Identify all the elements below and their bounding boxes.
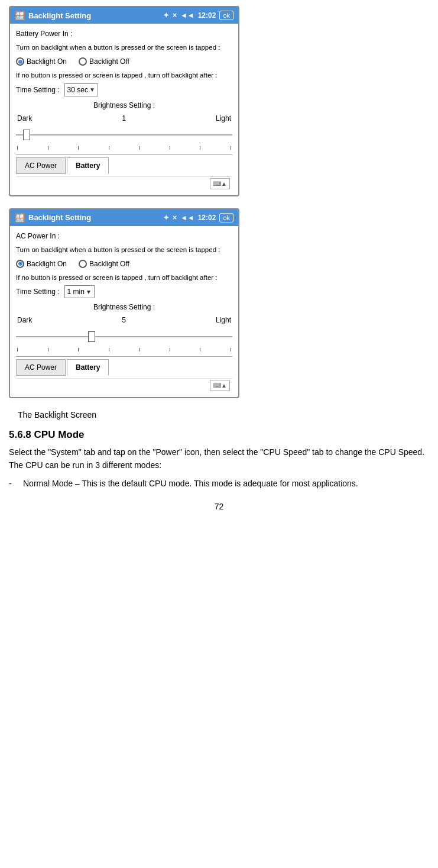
bullet-text: Normal Mode – This is the default CPU mo… bbox=[23, 477, 358, 490]
title-bar-ac: 🪟 Backlight Setting ✦ × ◄◄ 12:02 ok bbox=[10, 209, 238, 226]
tick-ac-2 bbox=[48, 348, 48, 351]
time-label-ac: Time Setting : bbox=[16, 286, 60, 297]
tick-2 bbox=[48, 146, 48, 150]
time-label-battery: Time Setting : bbox=[16, 85, 60, 95]
dropdown-arrow-ac: ▼ bbox=[86, 288, 92, 296]
tick-7 bbox=[200, 146, 200, 150]
section-heading: 5.6.8 CPU Mode bbox=[9, 429, 429, 441]
keyboard-icon-ac: ⌨▲ bbox=[210, 380, 230, 391]
tick-5 bbox=[139, 146, 139, 150]
radio-on-label-battery: Backlight On bbox=[27, 56, 67, 67]
tab-ac-power-ac[interactable]: AC Power bbox=[16, 359, 66, 376]
radio-backlight-on-battery[interactable]: Backlight On bbox=[16, 56, 67, 67]
ac-device-panel: 🪟 Backlight Setting ✦ × ◄◄ 12:02 ok AC P… bbox=[9, 208, 239, 399]
time-display: 12:02 bbox=[198, 11, 216, 20]
tick-ac-1 bbox=[17, 348, 18, 351]
title-bar-title-ac: Backlight Setting bbox=[28, 213, 91, 222]
light-label-ac: Light bbox=[216, 315, 231, 325]
tab-battery-battery[interactable]: Battery bbox=[67, 157, 109, 174]
page-number: 72 bbox=[9, 502, 429, 511]
mute-icon: × bbox=[173, 11, 177, 20]
dropdown-arrow-battery: ▼ bbox=[89, 85, 95, 94]
brightness-title-battery: Brightness Setting : bbox=[16, 100, 232, 111]
slider-handle-battery[interactable] bbox=[23, 130, 30, 140]
no-button-text-battery: If no button is pressed or screen is tap… bbox=[16, 70, 232, 80]
slider-track-battery bbox=[16, 134, 232, 135]
tick-ac-6 bbox=[170, 348, 170, 351]
slider-track-ac bbox=[16, 336, 232, 337]
battery-device-panel: 🪟 Backlight Setting ✦ × ◄◄ 12:02 ok Batt… bbox=[9, 6, 239, 196]
radio-on-circle-battery[interactable] bbox=[16, 57, 24, 66]
caption-text: The Backlight Screen bbox=[18, 410, 429, 420]
slider-handle-ac[interactable] bbox=[88, 331, 95, 342]
title-bar-battery: 🪟 Backlight Setting ✦ × ◄◄ 12:02 ok bbox=[10, 7, 238, 24]
tick-3 bbox=[78, 146, 79, 150]
signal-icon-ac: ✦ bbox=[163, 214, 169, 222]
volume-icon-ac: ◄◄ bbox=[180, 214, 194, 222]
panel-footer-ac: ⌨▲ bbox=[16, 378, 232, 392]
slider-ticks-battery bbox=[16, 146, 232, 150]
tick-1 bbox=[17, 146, 18, 150]
time-select-ac[interactable]: 1 min ▼ bbox=[64, 285, 95, 298]
panel-footer-battery: ⌨▲ bbox=[16, 176, 232, 191]
time-display-ac: 12:02 bbox=[198, 214, 216, 222]
no-button-text-ac: If no button is pressed or screen is tap… bbox=[16, 273, 232, 283]
tick-6 bbox=[170, 146, 170, 150]
tabs-row-ac: AC Power Battery bbox=[16, 356, 232, 376]
time-value-ac: 1 min bbox=[67, 286, 85, 297]
tick-4 bbox=[109, 146, 109, 150]
radio-off-circle-ac[interactable] bbox=[79, 260, 87, 268]
tick-ac-4 bbox=[109, 348, 109, 351]
ok-button-ac[interactable]: ok bbox=[219, 213, 233, 222]
slider-ticks-ac bbox=[16, 348, 232, 351]
radio-backlight-off-ac[interactable]: Backlight Off bbox=[79, 259, 129, 269]
dark-label-battery: Dark bbox=[17, 113, 32, 124]
dark-label-ac: Dark bbox=[17, 315, 32, 325]
light-label-battery: Light bbox=[216, 113, 231, 124]
radio-off-label-ac: Backlight Off bbox=[89, 259, 129, 269]
radio-row-battery: Backlight On Backlight Off bbox=[16, 56, 232, 67]
brightness-title-ac: Brightness Setting : bbox=[16, 302, 232, 312]
body-paragraph: Select the "System" tab and tap on the "… bbox=[9, 446, 429, 472]
tabs-row-battery: AC Power Battery bbox=[16, 154, 232, 174]
tick-ac-5 bbox=[139, 348, 139, 351]
radio-off-circle-battery[interactable] bbox=[79, 57, 87, 66]
tick-ac-3 bbox=[78, 348, 79, 351]
tick-ac-7 bbox=[200, 348, 200, 351]
brightness-labels-battery: Dark 1 Light bbox=[16, 113, 232, 124]
title-bar-title: Backlight Setting bbox=[28, 11, 91, 20]
brightness-value-ac: 5 bbox=[122, 315, 126, 325]
tab-ac-power-battery[interactable]: AC Power bbox=[16, 157, 66, 174]
radio-off-label-battery: Backlight Off bbox=[89, 56, 129, 67]
power-label-ac: AC Power In : bbox=[16, 231, 232, 241]
slider-container-battery[interactable] bbox=[16, 126, 232, 144]
mute-icon-ac: × bbox=[173, 214, 177, 222]
tick-ac-8 bbox=[231, 348, 231, 351]
signal-icon: ✦ bbox=[163, 11, 169, 20]
ok-button-battery[interactable]: ok bbox=[219, 11, 233, 20]
slider-container-ac[interactable] bbox=[16, 328, 232, 346]
power-label-battery: Battery Power In : bbox=[16, 28, 232, 39]
time-value-battery: 30 sec bbox=[67, 85, 88, 95]
bullet-dash: - bbox=[9, 477, 16, 490]
volume-icon: ◄◄ bbox=[180, 11, 194, 20]
windows-logo-icon: 🪟 bbox=[15, 11, 25, 20]
radio-row-ac: Backlight On Backlight Off bbox=[16, 259, 232, 269]
windows-logo-icon-ac: 🪟 bbox=[15, 213, 25, 222]
tick-8 bbox=[231, 146, 231, 150]
keyboard-icon-battery: ⌨▲ bbox=[210, 178, 230, 189]
turn-on-text-ac: Turn on backlight when a button is press… bbox=[16, 245, 232, 255]
radio-backlight-off-battery[interactable]: Backlight Off bbox=[79, 56, 129, 67]
time-row-battery: Time Setting : 30 sec ▼ bbox=[16, 83, 232, 96]
radio-on-label-ac: Backlight On bbox=[27, 259, 67, 269]
turn-on-text-battery: Turn on backlight when a button is press… bbox=[16, 43, 232, 53]
brightness-labels-ac: Dark 5 Light bbox=[16, 315, 232, 325]
brightness-section-ac: Brightness Setting : Dark 5 Light bbox=[16, 302, 232, 351]
radio-backlight-on-ac[interactable]: Backlight On bbox=[16, 259, 67, 269]
brightness-section-battery: Brightness Setting : Dark 1 Light bbox=[16, 100, 232, 150]
bullet-item-normal-mode: - Normal Mode – This is the default CPU … bbox=[9, 477, 429, 490]
tab-battery-ac[interactable]: Battery bbox=[67, 359, 109, 376]
time-select-battery[interactable]: 30 sec ▼ bbox=[64, 83, 98, 96]
radio-on-circle-ac[interactable] bbox=[16, 260, 24, 268]
brightness-value-battery: 1 bbox=[122, 113, 126, 124]
